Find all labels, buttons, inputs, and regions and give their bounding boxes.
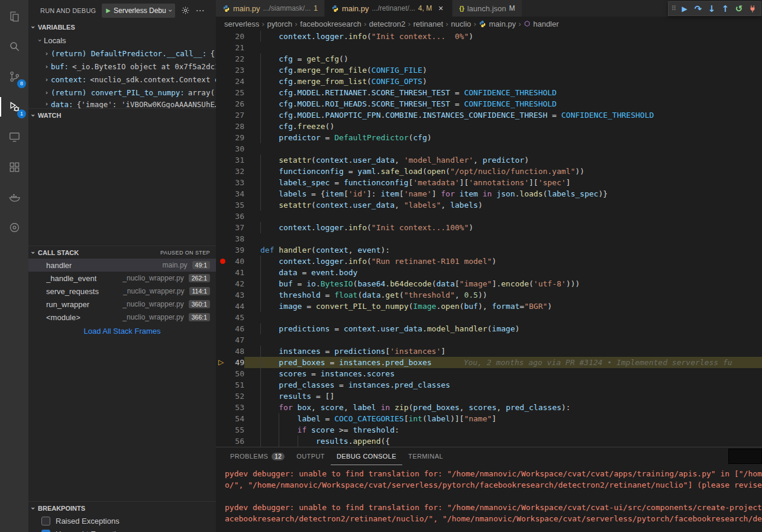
breakpoints-section-header[interactable]: › BREAKPOINTS: [28, 501, 216, 514]
gutter[interactable]: [216, 31, 229, 42]
close-tab-icon[interactable]: ×: [436, 4, 445, 13]
variable-row[interactable]: ›(return) convert_PIL_to_numpy:array([[[…: [28, 86, 216, 99]
code-line[interactable]: 44image = convert_PIL_to_numpy(Image.ope…: [216, 301, 762, 312]
gutter[interactable]: [216, 166, 229, 177]
variable-row[interactable]: ›(return) DefaultPredictor.__call__:{'in…: [28, 47, 216, 60]
activity-item-run-and-debug[interactable]: 1: [0, 93, 28, 121]
call-stack-frame[interactable]: run_wrapper_nuclio_wrapper.py360:1: [28, 298, 216, 311]
step-into-icon[interactable]: ↓: [705, 2, 718, 15]
more-actions-icon[interactable]: ⋯: [196, 5, 205, 16]
code-line[interactable]: 23cfg.merge_from_file(CONFIG_FILE): [216, 65, 762, 76]
gutter[interactable]: [216, 132, 229, 143]
code-line[interactable]: 37context.logger.info("Init context...10…: [216, 222, 762, 233]
activity-item-remote-explorer[interactable]: [0, 123, 28, 151]
gutter[interactable]: [216, 289, 229, 301]
breadcrumb-handler[interactable]: handler: [524, 20, 558, 28]
gutter[interactable]: [216, 98, 229, 109]
panel-tab-output[interactable]: OUTPUT: [290, 447, 331, 465]
breakpoint-row[interactable]: ✓Uncaught Exceptions: [28, 527, 216, 532]
call-stack-frame[interactable]: _handle_event_nuclio_wrapper.py262:1: [28, 272, 216, 285]
code-line[interactable]: 51pred_classes = instances.pred_classes: [216, 379, 762, 391]
code-line[interactable]: 45: [216, 312, 762, 323]
disconnect-icon[interactable]: [746, 2, 759, 15]
code-line[interactable]: 27cfg.MODEL.PANOPTIC_FPN.COMBINE.INSTANC…: [216, 109, 762, 121]
variable-row[interactable]: ›context:<nuclio_sdk.context.Context obj…: [28, 73, 216, 86]
activity-item-docker[interactable]: [0, 183, 28, 211]
breakpoint-checkbox[interactable]: ✓: [41, 530, 50, 532]
code-line[interactable]: 36: [216, 211, 762, 222]
breadcrumb-nuclio[interactable]: nuclio: [451, 20, 471, 28]
start-debugging-icon[interactable]: ▶: [106, 7, 111, 14]
gutter[interactable]: [216, 256, 229, 267]
gutter[interactable]: [216, 346, 229, 357]
code-line[interactable]: 29predictor = DefaultPredictor(cfg): [216, 132, 762, 143]
gutter[interactable]: [216, 424, 229, 436]
activity-item-search[interactable]: [0, 33, 28, 60]
locals-scope[interactable]: › Locals: [28, 34, 216, 47]
code-line[interactable]: 41data = event.body: [216, 267, 762, 278]
code-line[interactable]: 38: [216, 233, 762, 244]
gutter[interactable]: [216, 87, 229, 98]
code-line[interactable]: 26cfg.MODEL.ROI_HEADS.SCORE_THRESH_TEST …: [216, 98, 762, 109]
gutter[interactable]: [216, 334, 229, 346]
activity-item-circle-tool[interactable]: [0, 214, 28, 241]
code-line[interactable]: 24cfg.merge_from_list(CONFIG_OPTS): [216, 76, 762, 87]
code-line[interactable]: 33labels_spec = functionconfig['metadata…: [216, 177, 762, 188]
gutter[interactable]: [216, 199, 229, 211]
gutter[interactable]: [216, 42, 229, 53]
gutter[interactable]: [216, 413, 229, 424]
breakpoint-row[interactable]: Raised Exceptions: [28, 514, 216, 527]
breakpoint-icon[interactable]: [220, 259, 225, 264]
code-line[interactable]: 21: [216, 42, 762, 53]
code-line[interactable]: 28cfg.freeze(): [216, 121, 762, 132]
code-line[interactable]: 25cfg.MODEL.RETINANET.SCORE_THRESH_TEST …: [216, 87, 762, 98]
code-line[interactable]: 52results = []: [216, 391, 762, 402]
code-line[interactable]: 53for box, score, label in zip(pred_boxe…: [216, 402, 762, 413]
code-line[interactable]: 42buf = io.BytesIO(base64.b64decode(data…: [216, 278, 762, 289]
code-line[interactable]: 22cfg = get_cfg(): [216, 53, 762, 65]
gutter[interactable]: [216, 301, 229, 312]
gutter[interactable]: [216, 323, 229, 334]
panel-tab-problems[interactable]: PROBLEMS12: [224, 447, 290, 465]
code-line[interactable]: 55if score >= threshold:: [216, 424, 762, 436]
code-line[interactable]: 54label = COCO_CATEGORIES[int(label)]["n…: [216, 413, 762, 424]
breadcrumb-pytorch[interactable]: pytorch: [267, 20, 292, 28]
continue-icon[interactable]: ▶: [678, 2, 691, 15]
editor-tab-2[interactable]: main.py.../retinanet/...4, M×: [325, 0, 453, 17]
code-line[interactable]: 39def handler(context, event):: [216, 244, 762, 256]
gutter[interactable]: [216, 233, 229, 244]
code-line[interactable]: 40context.logger.info("Run retinanet-R10…: [216, 256, 762, 267]
gutter[interactable]: ▷: [216, 357, 229, 368]
code-line[interactable]: 34labels = {item['id']: item['name'] for…: [216, 188, 762, 199]
breadcrumb-detectron2[interactable]: detectron2: [369, 20, 405, 28]
load-all-stack-frames-link[interactable]: Load All Stack Frames: [28, 324, 216, 338]
gutter[interactable]: [216, 402, 229, 413]
code-line[interactable]: ▷49pred_boxes = instances.pred_boxesYou,…: [216, 357, 762, 368]
activity-item-source-control[interactable]: 8: [0, 63, 28, 91]
gutter[interactable]: [216, 379, 229, 391]
gutter[interactable]: [216, 312, 229, 323]
code-line[interactable]: 46predictions = context.user_data.model_…: [216, 323, 762, 334]
code-editor[interactable]: 20context.logger.info("Init context... 0…: [216, 31, 762, 447]
restart-icon[interactable]: ↺: [732, 2, 745, 15]
code-line[interactable]: 50scores = instances.scores: [216, 368, 762, 379]
code-line[interactable]: 31setattr(context.user_data, 'model_hand…: [216, 154, 762, 166]
gear-icon[interactable]: [181, 6, 190, 15]
code-line[interactable]: 43threshold = float(data.get("threshold"…: [216, 289, 762, 301]
activity-item-explorer[interactable]: [0, 2, 28, 30]
variable-row[interactable]: ›buf:<_io.BytesIO object at 0x7f5a2dc1ec…: [28, 60, 216, 73]
code-line[interactable]: 48instances = predictions['instances']: [216, 346, 762, 357]
gutter[interactable]: [216, 154, 229, 166]
step-over-icon[interactable]: ↷: [692, 2, 705, 15]
breadcrumb-main.py[interactable]: main.py: [479, 20, 516, 28]
panel-tab-debug-console[interactable]: DEBUG CONSOLE: [331, 447, 402, 465]
gutter[interactable]: [216, 211, 229, 222]
editor-tab-1[interactable]: main.py.../siammask/...1: [216, 0, 325, 17]
gutter[interactable]: [216, 177, 229, 188]
gutter[interactable]: [216, 368, 229, 379]
debug-config-dropdown[interactable]: ▶ Serverless Debu ›: [102, 4, 175, 18]
console-filter-box[interactable]: [728, 449, 762, 464]
code-line[interactable]: 35setattr(context.user_data, "labels", l…: [216, 199, 762, 211]
breadcrumb-facebookresearch[interactable]: facebookresearch: [300, 20, 361, 28]
step-out-icon[interactable]: ↑: [719, 2, 732, 15]
